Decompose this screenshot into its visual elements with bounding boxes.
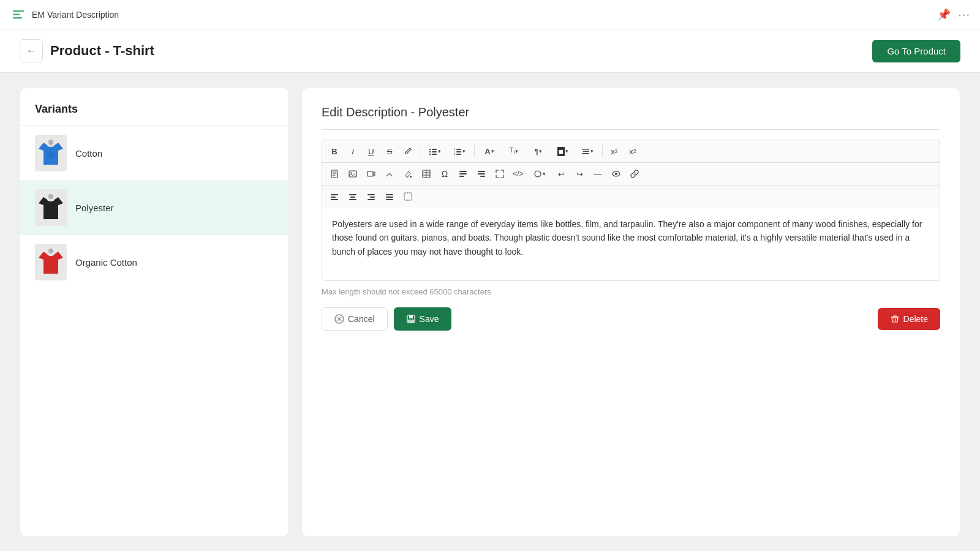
svg-point-7 (429, 149, 431, 150)
redo-button[interactable]: ↪ (571, 165, 588, 182)
svg-rect-52 (404, 193, 412, 200)
ordered-list-button[interactable]: 1.2.3. ▾ (448, 143, 471, 160)
more-options-icon[interactable]: ··· (958, 7, 970, 21)
toolbar-row-1: B I U S ▾ 1.2.3. ▾ A▾ (322, 140, 940, 163)
svg-rect-49 (386, 194, 393, 195)
justify-button[interactable] (381, 188, 398, 205)
variant-img-organic-cotton (35, 244, 67, 280)
delete-icon (890, 314, 900, 324)
link-button[interactable] (626, 165, 643, 182)
svg-rect-34 (478, 171, 485, 172)
svg-rect-12 (432, 154, 437, 155)
topbar: EM Variant Description 📌 ··· (0, 0, 980, 29)
horizontal-rule-button[interactable]: — (589, 165, 606, 182)
svg-rect-8 (432, 149, 437, 150)
svg-rect-45 (349, 199, 356, 200)
svg-rect-21 (582, 153, 589, 154)
variant-img-polyester (35, 189, 67, 226)
action-row: Cancel Save Delete (322, 307, 940, 331)
align-left-button[interactable] (326, 188, 343, 205)
handwriting-button[interactable] (381, 165, 398, 182)
delete-button[interactable]: Delete (878, 308, 940, 330)
svg-rect-35 (478, 173, 485, 174)
align-right-button[interactable] (363, 188, 380, 205)
highlight-button[interactable]: ■▾ (551, 143, 575, 160)
svg-point-26 (410, 176, 412, 178)
strikethrough-button[interactable]: S (381, 143, 398, 160)
paint-bucket-button[interactable] (399, 165, 417, 182)
svg-rect-57 (409, 315, 413, 318)
align-center-button[interactable] (344, 188, 361, 205)
page-title: Product - T-shirt (50, 43, 154, 59)
svg-point-37 (535, 171, 541, 177)
image-button[interactable] (344, 165, 361, 182)
variant-item-organic-cotton[interactable]: Organic Cotton (20, 235, 288, 289)
font-size-button[interactable]: TI▾ (502, 143, 526, 160)
svg-rect-33 (459, 176, 464, 177)
variant-img-cotton (35, 135, 67, 171)
back-button[interactable]: ← (20, 39, 43, 62)
save-icon (406, 314, 416, 324)
video-button[interactable] (363, 165, 380, 182)
editor-title: Edit Description - Polyester (322, 105, 940, 119)
svg-rect-1 (13, 13, 20, 15)
paragraph-button[interactable]: ¶▾ (527, 143, 550, 160)
svg-text:3.: 3. (454, 152, 456, 156)
svg-point-5 (48, 194, 53, 199)
indent-button[interactable]: ▾ (576, 143, 599, 160)
svg-rect-25 (368, 171, 373, 176)
topbar-right: 📌 ··· (937, 7, 970, 21)
block-select-button[interactable] (399, 188, 417, 205)
editor-divider (322, 129, 940, 130)
omega-button[interactable]: Ω (436, 165, 453, 182)
svg-rect-47 (370, 197, 375, 198)
superscript-button[interactable]: x2 (606, 143, 623, 160)
page-header-left: ← Product - T-shirt (20, 39, 154, 62)
svg-rect-36 (480, 176, 485, 177)
save-button[interactable]: Save (394, 307, 451, 331)
svg-point-4 (48, 140, 53, 144)
svg-rect-14 (456, 149, 461, 150)
undo-button[interactable]: ↩ (552, 165, 570, 182)
variant-item-polyester[interactable]: Polyester (20, 181, 288, 235)
main-content: Variants Cotton (0, 73, 980, 551)
underline-button[interactable]: U (363, 143, 380, 160)
table-button[interactable] (418, 165, 435, 182)
cancel-icon (334, 314, 344, 324)
svg-rect-10 (432, 151, 437, 152)
variant-item-cotton[interactable]: Cotton (20, 126, 288, 181)
italic-button[interactable]: I (344, 143, 361, 160)
svg-rect-43 (349, 194, 356, 195)
svg-rect-58 (408, 320, 414, 323)
bold-button[interactable]: B (326, 143, 343, 160)
code-button[interactable]: </> (510, 165, 527, 182)
editor-toolbar: B I U S ▾ 1.2.3. ▾ A▾ (322, 140, 940, 208)
svg-rect-44 (350, 197, 355, 198)
toolbar-row-2: Ω </> ▾ ↩ ↪ — (322, 163, 940, 186)
svg-rect-48 (368, 199, 375, 200)
fullscreen-button[interactable] (491, 165, 508, 182)
preview-button[interactable] (608, 165, 625, 182)
align-right-block-button[interactable] (473, 165, 490, 182)
app-logo (10, 6, 27, 23)
pen-button[interactable] (399, 143, 417, 160)
cancel-button[interactable]: Cancel (322, 307, 388, 331)
svg-point-9 (429, 151, 431, 152)
unordered-list-button[interactable]: ▾ (423, 143, 447, 160)
document-button[interactable] (326, 165, 343, 182)
svg-rect-31 (459, 171, 467, 172)
font-color-button[interactable]: A▾ (478, 143, 501, 160)
go-to-product-button[interactable]: Go To Product (872, 40, 960, 62)
align-left-block-button[interactable] (454, 165, 472, 182)
variants-panel: Variants Cotton (20, 88, 289, 537)
editor-text-area[interactable]: Polyesters are used in a wide range of e… (322, 208, 940, 281)
svg-rect-41 (331, 197, 336, 198)
svg-rect-32 (459, 173, 467, 174)
color-dropper-button[interactable]: ▾ (528, 165, 551, 182)
svg-rect-2 (13, 17, 22, 19)
pin-icon[interactable]: 📌 (937, 8, 951, 21)
svg-rect-50 (386, 197, 393, 198)
subscript-button[interactable]: x2 (624, 143, 641, 160)
action-left: Cancel Save (322, 307, 451, 331)
svg-rect-51 (386, 199, 393, 200)
